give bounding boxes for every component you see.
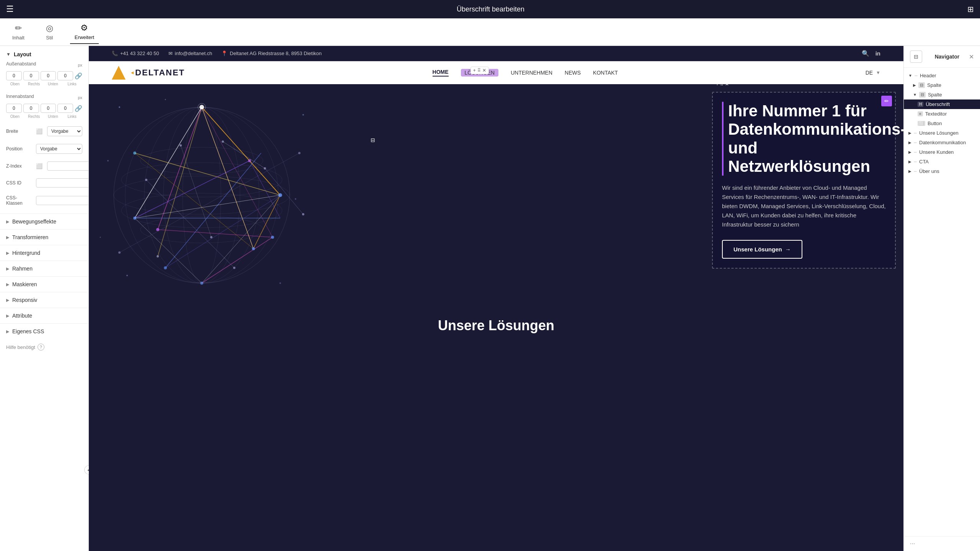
spalte2-type-icon: ⊟ [919, 92, 926, 98]
inhalt-label: Inhalt [12, 35, 24, 41]
aussenbstand-px: px [78, 63, 82, 67]
innenabstand-oben[interactable] [6, 104, 22, 113]
element-move-btn[interactable]: ⠿ [720, 84, 724, 87]
nav-item-button[interactable]: ⬜ Button [904, 119, 980, 128]
menu-icon[interactable]: ☰ [6, 4, 14, 14]
cssid-input[interactable] [36, 178, 89, 187]
linkedin-icon[interactable]: in [875, 50, 880, 57]
spalte1-chevron: ▶ [913, 83, 916, 87]
layout-section-header[interactable]: ▼ Layout [0, 46, 88, 61]
nav-item-uber-uns[interactable]: ▶ Über uns [904, 166, 980, 176]
aussenbstand-unten[interactable] [41, 71, 56, 80]
top-bar-title: Überschrift bearbeiten [18, 5, 963, 13]
svg-point-12 [140, 147, 263, 174]
element-add-btn[interactable]: + [716, 84, 719, 87]
aussenbstand-oben[interactable] [6, 71, 22, 80]
nav-item-uberschrift[interactable]: H Überschrift [904, 99, 980, 109]
collapse-sidebar-button[interactable]: ◀ [84, 465, 89, 474]
bewegungseffekte-header[interactable]: ▶ Bewegungseffekte [0, 214, 88, 229]
cssid-row: CSS ID 🗑 [6, 178, 82, 187]
block-toolbar: ⊟ [368, 135, 378, 145]
navigator-footer-icon: ··· [910, 540, 915, 547]
tab-stil[interactable]: ◎ Stil [41, 20, 58, 44]
block-settings-icon[interactable]: ⊟ [371, 137, 375, 143]
layout-label: Layout [14, 51, 31, 57]
nav-move-icon[interactable]: ⠿ [477, 68, 481, 73]
lang-de[interactable]: DE [866, 70, 873, 76]
rahmen-section: ▶ Rahmen [0, 261, 88, 276]
svg-line-35 [135, 195, 280, 218]
tab-erweitert[interactable]: ⚙ Erweitert [70, 20, 99, 44]
innenabstand-rechts[interactable] [23, 104, 39, 113]
nav-item-unsere-kunden[interactable]: ▶ Unsere Kunden [904, 147, 980, 157]
cta-chevron: ▶ [908, 160, 911, 164]
bottom-diagonal [578, 306, 903, 341]
breite-select[interactable]: Vorgabe px % vw [47, 126, 82, 136]
svg-point-2 [107, 160, 109, 161]
nav-losungen-wrapper: LÖSUNGEN + ⠿ ✕ [461, 70, 499, 76]
navigator-toggle-icon[interactable]: ⊟ [910, 51, 922, 63]
bewegungseffekte-chevron: ▶ [6, 219, 9, 224]
svg-line-60 [265, 168, 303, 214]
nav-unternehmen[interactable]: UNTERNEHMEN [511, 70, 552, 76]
erweitert-label: Erweitert [75, 34, 94, 40]
nav-add-icon[interactable]: + [473, 68, 476, 73]
nav-close-icon[interactable]: ✕ [482, 68, 486, 73]
hintergrund-header[interactable]: ▶ Hintergrund [0, 245, 88, 261]
nav-item-header[interactable]: ▼ Header [904, 71, 980, 80]
innenabstand-links[interactable] [57, 104, 73, 113]
grid-icon[interactable]: ⊞ [967, 5, 974, 14]
position-group: Position Vorgabe Relativ Absolut Fest [0, 144, 88, 161]
nav-item-unsere-losungen[interactable]: ▶ Unsere Lösungen [904, 128, 980, 138]
innenabstand-link-icon[interactable]: 🔗 [75, 105, 82, 112]
innenabstand-label: Innenabstand [6, 94, 34, 99]
innenabstand-unten[interactable] [41, 104, 56, 113]
layout-chevron: ▼ [6, 52, 11, 57]
nav-item-datenkommunikation[interactable]: ▶ Datenkommunikation [904, 138, 980, 147]
aussenbstand-rechts[interactable] [23, 71, 39, 80]
logo-text: DELTANET [135, 68, 185, 78]
element-close-btn[interactable]: ✕ [725, 84, 729, 87]
nav-home[interactable]: HOME [433, 69, 449, 77]
search-icon[interactable]: 🔍 [862, 50, 869, 57]
help-row[interactable]: Hilfe benötigt ? [0, 339, 88, 355]
eigenes-css-header[interactable]: ▶ Eigenes CSS [0, 324, 88, 339]
cssklassen-input[interactable] [36, 196, 89, 205]
zindex-label: Z-Index [6, 163, 33, 169]
nav-news[interactable]: NEWS [565, 70, 581, 76]
element-toolbar: + ⠿ ✕ [713, 84, 732, 88]
header-label: Header [920, 73, 936, 78]
logo-4: ◀ [131, 71, 134, 75]
nav-kontakt[interactable]: KONTAKT [593, 70, 618, 76]
nav-item-spalte1[interactable]: ▶ ⊟ Spalte [904, 80, 980, 90]
aussenbstand-link-icon[interactable]: 🔗 [75, 72, 82, 80]
position-select[interactable]: Vorgabe Relativ Absolut Fest [36, 144, 82, 154]
hintergrund-section: ▶ Hintergrund [0, 245, 88, 261]
responsiv-label: Responsiv [12, 297, 37, 303]
zindex-input[interactable] [47, 161, 89, 171]
hero-edit-pencil-button[interactable]: ✏ [881, 96, 892, 106]
navigator-footer[interactable]: ··· [904, 536, 980, 551]
zindex-icon: ⬜ [36, 163, 42, 169]
nav-item-spalte2[interactable]: ▼ ⊟ Spalte [904, 90, 980, 99]
aussenbstand-group: Außenabstand px 🔗 Oben Rechts Unten Link… [0, 61, 88, 94]
navigator-close-button[interactable]: ✕ [969, 53, 974, 60]
aussenbstand-links[interactable] [57, 71, 73, 80]
erweitert-icon: ⚙ [80, 23, 88, 33]
svg-point-40 [278, 193, 282, 197]
innenabstand-px: px [78, 95, 82, 100]
rahmen-header[interactable]: ▶ Rahmen [0, 261, 88, 276]
svg-point-38 [199, 105, 204, 109]
nav-item-cta[interactable]: ▶ CTA [904, 157, 980, 166]
header-type-icon [915, 75, 918, 76]
tab-inhalt[interactable]: ✏ Inhalt [8, 20, 29, 44]
attribute-header[interactable]: ▶ Attribute [0, 308, 88, 323]
site-nav: ◀ DELTANET HOME LÖSUNGEN + ⠿ ✕ UNTERNEHM… [89, 61, 903, 84]
top-bar: ☰ Überschrift bearbeiten ⊞ [0, 0, 980, 18]
nav-item-texteditor[interactable]: ≡ Texteditor [904, 109, 980, 119]
datenkommunikation-type-icon [914, 142, 917, 143]
responsiv-header[interactable]: ▶ Responsiv [0, 292, 88, 308]
transformieren-header[interactable]: ▶ Transformieren [0, 230, 88, 245]
maskieren-header[interactable]: ▶ Maskieren [0, 277, 88, 292]
bewegungseffekte-section: ▶ Bewegungseffekte [0, 214, 88, 229]
